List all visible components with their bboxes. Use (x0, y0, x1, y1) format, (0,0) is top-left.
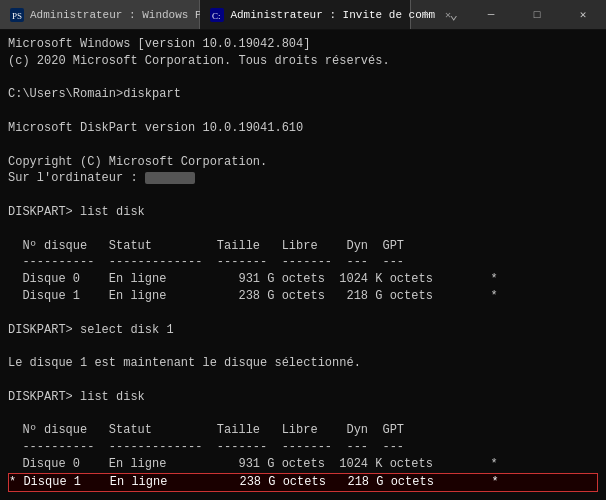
terminal-line-19 (8, 338, 598, 355)
svg-text:PS: PS (12, 11, 22, 21)
terminal-line-5 (8, 103, 598, 120)
terminal-line-12 (8, 221, 598, 238)
new-tab-button[interactable]: + (411, 0, 439, 29)
tab-cmd[interactable]: C: Administrateur : Invite de comm ✕ (200, 0, 411, 29)
tab-cmd-label: Administrateur : Invite de comm (230, 9, 435, 21)
terminal-line-3 (8, 70, 598, 87)
terminal-line-10 (8, 187, 598, 204)
tab-powershell-label: Administrateur : Windows Powe (30, 9, 221, 21)
tab-dropdown-button[interactable]: ⌄ (440, 0, 468, 29)
terminal-line-13: Nº disque Statut Taille Libre Dyn GPT (8, 238, 598, 255)
terminal-line-15: Disque 0 En ligne 931 G octets 1024 K oc… (8, 271, 598, 288)
plus-icon: + (421, 7, 429, 23)
terminal-line-18: DISKPART> select disk 1 (8, 322, 598, 339)
close-icon: ✕ (580, 8, 587, 21)
terminal-line-8: Copyright (C) Microsoft Corporation. (8, 154, 598, 171)
terminal-line-22: DISKPART> list disk (8, 389, 598, 406)
terminal-window[interactable]: Microsoft Windows [version 10.0.19042.80… (0, 30, 606, 500)
terminal-line-7 (8, 137, 598, 154)
terminal-line-27-selected: * Disque 1 En ligne 238 G octets 218 G o… (8, 473, 598, 492)
titlebar: PS Administrateur : Windows Powe ✕ C: Ad… (0, 0, 606, 30)
terminal-line-17 (8, 305, 598, 322)
terminal-line-26: Disque 0 En ligne 931 G octets 1024 K oc… (8, 456, 598, 473)
terminal-line-6: Microsoft DiskPart version 10.0.19041.61… (8, 120, 598, 137)
svg-text:C:: C: (212, 11, 221, 21)
terminal-line-21 (8, 372, 598, 389)
cmd-icon: C: (210, 8, 224, 22)
window-controls: ─ □ ✕ (468, 0, 606, 29)
terminal-line-25: ---------- ------------- ------- -------… (8, 439, 598, 456)
minimize-icon: ─ (488, 9, 495, 21)
terminal-line-24: Nº disque Statut Taille Libre Dyn GPT (8, 422, 598, 439)
redacted-hostname (145, 172, 195, 184)
powershell-icon: PS (10, 8, 24, 22)
terminal-line-4: C:\Users\Romain>diskpart (8, 86, 598, 103)
terminal-line-20: Le disque 1 est maintenant le disque sél… (8, 355, 598, 372)
close-button[interactable]: ✕ (560, 0, 606, 30)
terminal-line-11: DISKPART> list disk (8, 204, 598, 221)
terminal-line-2: (c) 2020 Microsoft Corporation. Tous dro… (8, 53, 598, 70)
terminal-line-16: Disque 1 En ligne 238 G octets 218 G oct… (8, 288, 598, 305)
terminal-line-1: Microsoft Windows [version 10.0.19042.80… (8, 36, 598, 53)
maximize-icon: □ (534, 9, 541, 21)
terminal-line-14: ---------- ------------- ------- -------… (8, 254, 598, 271)
terminal-line-9: Sur l'ordinateur : (8, 170, 598, 187)
tab-powershell[interactable]: PS Administrateur : Windows Powe ✕ (0, 0, 200, 29)
minimize-button[interactable]: ─ (468, 0, 514, 30)
maximize-button[interactable]: □ (514, 0, 560, 30)
terminal-line-23 (8, 406, 598, 423)
chevron-down-icon: ⌄ (450, 6, 458, 23)
terminal-line-28 (8, 492, 598, 500)
